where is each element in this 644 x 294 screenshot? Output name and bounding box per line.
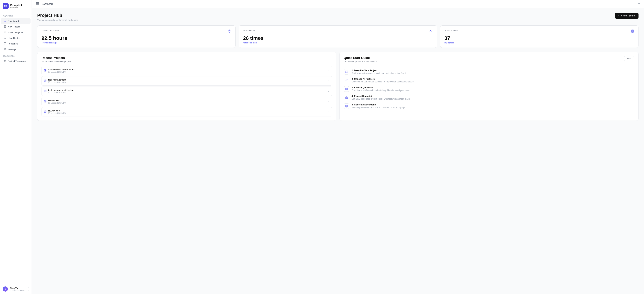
step-5-icon — [344, 103, 349, 109]
step-3-title: 3. Answer Questions — [352, 86, 410, 89]
avatar: E — [3, 286, 8, 291]
svg-rect-61 — [347, 97, 348, 99]
svg-rect-36 — [48, 82, 50, 83]
user-name: EthanYu — [10, 287, 26, 289]
stat-value-active: 37 — [444, 35, 634, 41]
user-info: EthanYu ethan@ethanyu.me — [10, 287, 26, 291]
sidebar-item-settings-label: Settings — [8, 48, 16, 51]
project-name: task management — [48, 79, 66, 81]
sidebar-item-help-center[interactable]: ? Help Center — [1, 35, 30, 41]
project-item[interactable]: New Project Updated 2025/1/8 ↗ — [42, 97, 332, 106]
logo-icon — [3, 3, 8, 9]
sidebar-item-feedback-label: Feedback — [8, 43, 18, 45]
svg-rect-60 — [346, 97, 346, 99]
project-list: AI-Powered Content Studio Updated 2025/1… — [42, 66, 332, 116]
step-1-desc: Start by describing your project idea, a… — [352, 72, 406, 74]
project-file-icon — [44, 110, 46, 113]
step-5-title: 5. Generate Documents — [352, 103, 406, 106]
guide-step-3: 3. Answer Questions Complete a brief que… — [344, 86, 634, 92]
stat-card-ai-assistance: AI Assistance 26 times AI features used — [239, 26, 437, 48]
step-3-desc: Complete a brief questionnaire to help A… — [352, 89, 410, 92]
sidebar-item-saved-label: Saved Projects — [8, 31, 23, 34]
new-project-button[interactable]: + + New Project — [615, 13, 638, 19]
new-project-label: + New Project — [621, 15, 636, 17]
stat-label-ai: AI Assistance — [243, 29, 255, 32]
stat-value-dev-time: 92.5 hours — [42, 35, 231, 41]
sidebar-item-project-templates[interactable]: Project Templates — [1, 58, 30, 64]
step-2-title: 2. Choose AI Partners — [352, 78, 414, 80]
user-email: ethan@ethanyu.me — [10, 289, 26, 291]
sidebar-item-saved-projects[interactable]: Saved Projects — [1, 30, 30, 35]
saved-projects-icon — [4, 31, 6, 34]
step-1-title: 1. Describe Your Project — [352, 69, 406, 72]
step-3-icon — [344, 86, 349, 92]
step-5-desc: Get comprehensive technical documentatio… — [352, 106, 406, 109]
svg-rect-15 — [36, 3, 39, 3]
quick-start-card: Quick Start Guide Create your project in… — [340, 52, 639, 121]
svg-rect-12 — [4, 60, 6, 62]
quick-start-subtitle: Create your project in 5 simple steps — [344, 61, 377, 63]
stat-label-active: Active Projects — [444, 29, 458, 32]
svg-rect-2 — [4, 6, 6, 8]
sidebar-item-templates-label: Project Templates — [8, 60, 26, 62]
recent-projects-title: Recent Projects — [42, 56, 332, 60]
project-arrow-icon: ↗ — [328, 100, 330, 103]
sidebar-toggle-button[interactable] — [35, 2, 40, 6]
step-4-title: 4. Project Blueprint — [352, 95, 410, 97]
sidebar-item-new-project[interactable]: New Project — [1, 24, 30, 30]
stat-desc-ai: AI features used — [243, 42, 433, 44]
project-item[interactable]: task management like jira Updated 2025/1… — [42, 87, 332, 96]
user-profile[interactable]: E EthanYu ethan@ethanyu.me ⌃⌄ — [0, 284, 32, 294]
sidebar-item-feedback[interactable]: Feedback — [1, 41, 30, 47]
project-arrow-icon: ↗ — [328, 80, 330, 82]
svg-rect-1 — [6, 5, 7, 6]
svg-point-5 — [5, 21, 5, 21]
help-icon: ? — [4, 37, 6, 40]
clock-icon — [228, 29, 231, 34]
bottom-grid: Recent Projects Your recently worked on … — [37, 52, 638, 121]
project-item[interactable]: task management Updated 2025/1/8 ↗ — [42, 76, 332, 86]
svg-rect-48 — [48, 102, 50, 104]
project-item[interactable]: New Project Updated 2025/1/8 ↗ — [42, 107, 332, 116]
chevron-icon: ⌃⌄ — [27, 287, 29, 291]
svg-point-18 — [638, 3, 640, 4]
sidebar-item-dashboard-label: Dashboard — [8, 20, 19, 22]
guide-steps: 1. Describe Your Project Start by descri… — [344, 69, 634, 109]
new-project-icon — [4, 25, 6, 28]
logo-text: PromptKit Enterprise — [10, 4, 22, 9]
topbar-title: Dashboard — [42, 3, 54, 5]
page-subtitle: Your AI-powered development workspace — [37, 19, 78, 21]
stats-grid: Development Time 92.5 hours estimated sa… — [37, 26, 638, 48]
project-name: New Project — [48, 109, 66, 112]
project-arrow-icon: ↗ — [328, 69, 330, 72]
recent-projects-card: Recent Projects Your recently worked on … — [37, 52, 336, 121]
logo-area[interactable]: PromptKit Enterprise — [0, 0, 32, 12]
start-button[interactable]: Start — [624, 56, 634, 61]
guide-step-5: 5. Generate Documents Get comprehensive … — [344, 103, 634, 109]
settings-icon — [4, 48, 6, 51]
project-updated: Updated 2025/1/8 — [48, 112, 66, 114]
step-2-icon — [344, 78, 349, 83]
project-file-icon — [44, 69, 46, 72]
sidebar-item-dashboard[interactable]: Dashboard — [1, 18, 30, 24]
topbar-settings-button[interactable] — [638, 2, 640, 6]
page-header-text: Project Hub Your AI-powered development … — [37, 13, 78, 21]
svg-line-21 — [230, 31, 230, 32]
stat-card-active-projects: Active Projects 37 in progress — [440, 26, 638, 48]
project-item[interactable]: AI-Powered Content Studio Updated 2025/1… — [42, 66, 332, 75]
svg-rect-17 — [36, 5, 39, 5]
stat-desc-active: in progress — [444, 42, 634, 44]
sidebar-item-settings[interactable]: Settings — [1, 47, 30, 52]
topbar-left: Dashboard — [35, 2, 54, 6]
resources-label: Recources — [0, 52, 32, 58]
step-1-icon — [344, 69, 349, 75]
feedback-icon — [4, 42, 6, 45]
main-content: Dashboard Project Hub Your AI-powered de… — [32, 0, 644, 294]
stat-desc-dev-time: estimated savings — [42, 42, 231, 44]
project-file-icon — [44, 90, 46, 93]
stat-value-ai: 26 times — [243, 35, 433, 41]
topbar: Dashboard — [32, 0, 644, 8]
svg-point-11 — [5, 49, 6, 50]
stat-label-dev-time: Development Time — [42, 29, 59, 32]
svg-rect-30 — [48, 71, 50, 73]
